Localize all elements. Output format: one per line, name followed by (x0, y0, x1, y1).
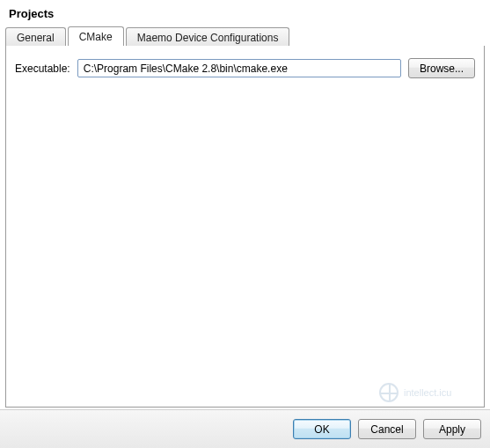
executable-input[interactable] (77, 59, 401, 77)
tab-maemo-label: Maemo Device Configurations (137, 32, 279, 44)
tab-general-label: General (17, 32, 55, 44)
apply-button[interactable]: Apply (423, 419, 481, 439)
page-title: Projects (0, 0, 490, 26)
browse-button[interactable]: Browse... (408, 58, 475, 78)
tab-cmake[interactable]: CMake (68, 26, 124, 47)
cancel-button[interactable]: Cancel (358, 419, 416, 439)
projects-dialog: Projects General CMake Maemo Device Conf… (0, 0, 490, 448)
tab-content: Executable: Browse... (5, 46, 485, 408)
tab-maemo[interactable]: Maemo Device Configurations (126, 27, 290, 47)
executable-label: Executable: (15, 62, 70, 75)
tab-cmake-label: CMake (79, 31, 113, 43)
tab-general[interactable]: General (5, 27, 66, 47)
button-bar: OK Cancel Apply (0, 409, 490, 448)
tab-strip: General CMake Maemo Device Configuration… (5, 26, 485, 47)
ok-button[interactable]: OK (293, 419, 351, 439)
executable-row: Executable: Browse... (15, 58, 475, 78)
